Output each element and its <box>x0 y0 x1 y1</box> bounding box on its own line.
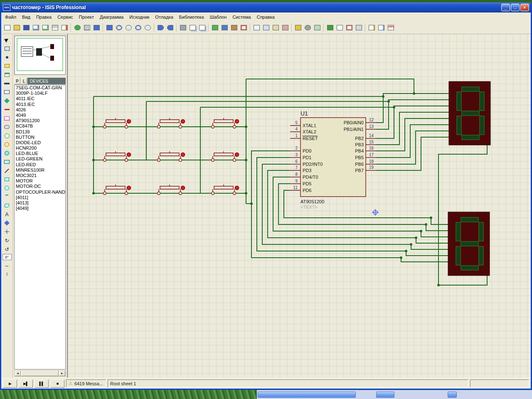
seven-segment-display-top[interactable] <box>449 81 490 145</box>
netlist-to-ares-icon[interactable]: ARES <box>386 23 396 32</box>
overview-minimap[interactable] <box>14 35 66 75</box>
device-pin-tool[interactable] <box>2 106 12 113</box>
2d-circle-tool[interactable] <box>2 184 12 192</box>
design-explorer-icon[interactable] <box>325 23 335 32</box>
2d-box-tool[interactable] <box>2 175 12 183</box>
print-icon[interactable] <box>50 23 60 32</box>
2d-marker-tool[interactable] <box>2 228 12 236</box>
scrollbar-block[interactable] <box>448 392 457 398</box>
mark-output-area-icon[interactable] <box>60 23 69 32</box>
device-list-scrollbar[interactable]: ◄ ► <box>14 370 66 377</box>
pick-device-icon[interactable] <box>252 23 261 32</box>
device-list-item[interactable]: 4049 <box>15 113 65 118</box>
message-panel[interactable]: ⚠ 6419 Messa... <box>66 379 106 387</box>
zoom-all-icon[interactable] <box>143 23 153 32</box>
text-script-tool[interactable] <box>2 71 12 79</box>
zoom-area-icon[interactable] <box>133 23 143 32</box>
seven-segment-display-bottom[interactable] <box>448 212 490 276</box>
new-sheet-icon[interactable] <box>335 23 345 32</box>
menu-item[interactable]: Исходник <box>126 13 152 21</box>
bill-of-materials-icon[interactable] <box>377 23 386 32</box>
subcircuit-tool[interactable] <box>2 88 12 96</box>
device-list-item[interactable]: MINRES100R <box>15 167 65 173</box>
device-list-item[interactable]: [4011] <box>15 195 65 200</box>
block-move-icon[interactable] <box>220 23 229 32</box>
menu-item[interactable]: Файл <box>2 13 19 21</box>
menu-item[interactable]: Сервис <box>54 13 76 21</box>
goto-sheet-icon[interactable] <box>354 23 364 32</box>
scroll-right-icon[interactable]: ► <box>59 371 65 376</box>
cut-icon[interactable] <box>178 23 188 32</box>
device-list-item[interactable]: 7SEG-COM-CAT-GRN <box>15 85 65 91</box>
paste-icon[interactable] <box>197 23 207 32</box>
pause-button[interactable]: ▌▌ <box>34 379 49 388</box>
rotate-cw-button[interactable]: ↻ <box>2 236 12 244</box>
device-list-item[interactable]: DIODE-LED <box>15 140 65 145</box>
rotation-angle-field[interactable] <box>2 254 12 260</box>
virtual-instrument-tool[interactable] <box>2 158 12 166</box>
mirror-horizontal-button[interactable]: ↔ <box>2 261 12 269</box>
device-list-item[interactable]: [4049] <box>15 206 65 211</box>
step-button[interactable]: ▶▌ <box>19 379 33 388</box>
redraw-icon[interactable] <box>73 23 82 32</box>
menu-item[interactable]: Библиотека <box>176 13 207 21</box>
zoom-in-icon[interactable] <box>114 23 124 32</box>
scrollbar-block[interactable] <box>376 392 394 398</box>
menu-item[interactable]: Шаблон <box>207 13 230 21</box>
generator-tool[interactable] <box>2 132 12 140</box>
2d-symbol-tool[interactable] <box>2 219 12 227</box>
device-list-item[interactable]: OPTOCOUPLER-NAND <box>15 190 65 195</box>
save-design-icon[interactable] <box>22 23 31 32</box>
menu-item[interactable]: Система <box>229 13 254 21</box>
device-list-item[interactable]: MOTOR <box>15 178 65 184</box>
property-assignment-icon[interactable] <box>313 23 322 32</box>
import-section-icon[interactable] <box>31 23 41 32</box>
toggle-grid-icon[interactable] <box>82 23 92 32</box>
play-button[interactable]: ▶ <box>3 379 17 388</box>
wire-autorouter-icon[interactable] <box>293 23 303 32</box>
device-list-item[interactable]: LED-RED <box>15 162 65 167</box>
menu-item[interactable]: Диаграмма <box>97 13 126 21</box>
minimize-button[interactable]: _ <box>501 4 510 11</box>
rotate-ccw-button[interactable]: ↺ <box>2 245 12 253</box>
remove-sheet-icon[interactable] <box>345 23 354 32</box>
horizontal-scrollbar[interactable] <box>257 390 532 399</box>
packaging-tool-icon[interactable] <box>271 23 281 32</box>
keypad-buttons[interactable] <box>103 118 239 195</box>
false-origin-icon[interactable] <box>92 23 101 32</box>
copy-icon[interactable] <box>188 23 197 32</box>
device-list-item[interactable]: 3009P-1-104LF <box>15 91 65 96</box>
terminal-tool[interactable] <box>2 97 12 105</box>
block-copy-icon[interactable] <box>210 23 220 32</box>
menu-item[interactable]: Справка <box>254 13 278 21</box>
title-bar[interactable]: ISIS частотомер - ISIS Professional _ □ … <box>1 2 531 12</box>
maximize-button[interactable]: □ <box>511 4 520 11</box>
scrollbar-thumb[interactable] <box>21 371 59 376</box>
device-list-item[interactable]: LED-GREEN <box>15 156 65 162</box>
device-list-item[interactable]: BUTTON <box>15 135 65 140</box>
current-probe-tool[interactable] <box>2 149 12 157</box>
component-tool[interactable] <box>2 44 12 52</box>
device-list-item[interactable]: BD139 <box>15 129 65 135</box>
wire-network[interactable] <box>94 79 487 285</box>
undo-icon[interactable] <box>156 23 165 32</box>
wire-label-tool[interactable] <box>2 62 12 70</box>
tape-recorder-tool[interactable] <box>2 123 12 131</box>
zoom-out-icon[interactable] <box>124 23 133 32</box>
schematic-drawing[interactable]: XTAL1 XTAL2 RESET PD0 PD1 PD2/INT0 PD3 P… <box>68 34 530 378</box>
export-section-icon[interactable] <box>41 23 50 32</box>
decompose-icon[interactable] <box>281 23 290 32</box>
menu-item[interactable]: Правка <box>33 13 54 21</box>
mirror-vertical-button[interactable]: ↕ <box>2 270 12 278</box>
make-device-icon[interactable] <box>261 23 271 32</box>
junction-dot-tool[interactable] <box>2 53 12 61</box>
selection-tool[interactable] <box>2 36 12 44</box>
stop-button[interactable]: ■ <box>50 379 64 388</box>
device-list-item[interactable]: HCNR200 <box>15 145 65 151</box>
device-list-item[interactable]: 4011.IEC <box>15 96 65 101</box>
2d-path-tool[interactable] <box>2 202 12 209</box>
redo-icon[interactable] <box>165 23 175 32</box>
device-list-item[interactable]: [4013] <box>15 200 65 206</box>
device-list-item[interactable]: 4013.IEC <box>15 102 65 107</box>
device-list-item[interactable]: BC847B <box>15 123 65 129</box>
